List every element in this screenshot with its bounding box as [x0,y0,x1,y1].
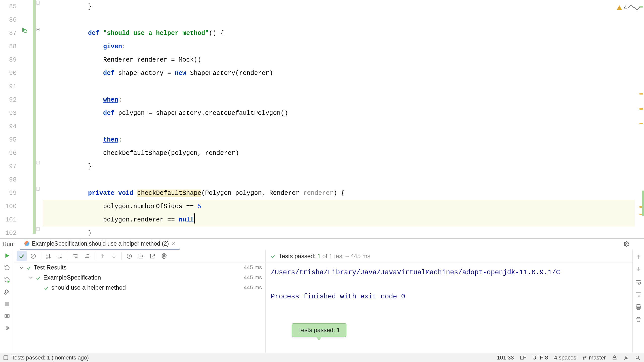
tree-root-label: Test Results [34,264,67,271]
code-line[interactable]: Renderer renderer = Mock() [43,53,635,67]
code-line[interactable]: checkDefaultShape(polygon, renderer) [43,147,635,160]
code-line[interactable]: then: [43,133,635,147]
code-editor[interactable]: 858687888990919293949596979899100101102 … [0,0,644,238]
more-icon[interactable] [4,325,10,331]
scroll-to-end-icon[interactable] [635,291,642,298]
git-branch[interactable]: master [582,354,606,361]
show-ignored-button[interactable] [28,251,38,261]
line-number: 100 [0,200,18,213]
code-line[interactable] [43,13,635,27]
branch-icon [582,355,587,360]
soft-wrap-icon[interactable] [635,279,642,285]
close-icon[interactable]: × [171,240,175,247]
wrench-icon[interactable] [4,289,10,295]
indent-settings[interactable]: 4 spaces [554,354,576,361]
tool-windows-toggle-icon[interactable] [4,355,8,360]
code-line[interactable]: } [43,160,635,173]
gear-icon[interactable] [623,241,629,247]
svg-point-25 [163,255,165,257]
fold-toggle-icon[interactable] [36,187,40,191]
console-right-toolbar [632,250,644,353]
line-number: 85 [0,0,18,13]
minimize-icon[interactable] [635,241,641,247]
tree-root[interactable]: Test Results 445 ms [14,262,265,273]
line-number: 92 [0,93,18,107]
code-line[interactable] [43,173,635,187]
inspection-summary[interactable]: 4 [617,4,639,12]
line-separator[interactable]: LF [520,354,527,361]
expand-all-button[interactable] [70,251,80,261]
code-line[interactable] [43,120,635,133]
code-line[interactable]: } [43,227,635,240]
code-line[interactable]: polygon.renderer == null [43,213,635,227]
caret-position[interactable]: 101:33 [497,354,514,361]
code-line[interactable]: def shapeFactory = new ShapeFactory(rend… [43,67,635,80]
line-number: 88 [0,40,18,53]
svg-rect-13 [58,257,60,258]
fold-toggle-icon[interactable] [36,227,40,231]
warning-marker[interactable] [639,123,643,124]
code-line[interactable]: private void checkDefaultShape(Polygon p… [43,187,635,200]
tree-test[interactable]: should use a helper method 445 ms [14,283,265,293]
line-number: 89 [0,53,18,67]
show-passed-button[interactable] [17,251,27,261]
svg-point-36 [583,358,584,359]
test-settings-gear-icon[interactable] [159,251,169,261]
run-test-gutter-icon[interactable] [21,27,27,33]
code-line[interactable]: def "should use a helper method"() { [43,27,635,40]
code-line[interactable]: def polygon = shapeFactory.createDefault… [43,107,635,120]
rerun-icon[interactable] [4,252,10,259]
chevron-down-icon[interactable] [29,275,33,280]
run-config-tab[interactable]: ExampleSpecification.should use a helper… [20,239,180,250]
scroll-down-icon[interactable] [635,266,642,273]
read-only-toggle[interactable] [612,355,617,360]
test-history-button[interactable] [124,251,134,261]
toggle-auto-test-icon[interactable] [4,277,10,283]
fold-toggle-icon[interactable] [36,1,40,5]
error-stripe[interactable] [638,0,644,238]
next-failed-button[interactable] [109,251,119,261]
line-numbers: 858687888990919293949596979899100101102 [0,0,18,238]
code-line[interactable]: polygon.numberOfSides == 5 [43,200,635,213]
code-line[interactable]: given: [43,40,635,53]
sort-duration-button[interactable] [55,251,65,261]
chevron-up-icon[interactable] [628,5,634,11]
file-encoding[interactable]: UTF-8 [532,354,548,361]
warning-marker[interactable] [639,93,643,95]
scroll-up-icon[interactable] [635,253,642,260]
test-tree[interactable]: Test Results 445 ms ExampleSpecification… [14,262,265,353]
line-number: 97 [0,160,18,173]
inspection-profile[interactable] [635,355,640,360]
print-icon[interactable] [635,304,642,310]
code-line[interactable]: when: [43,93,635,107]
warning-count: 4 [624,4,627,11]
code-with-me[interactable] [623,355,629,360]
fold-toggle-icon[interactable] [36,28,40,31]
code-line[interactable]: } [43,0,635,13]
collapse-all-button[interactable] [82,251,92,261]
fold-toggle-icon[interactable] [36,161,40,164]
test-results-pane: 12 Test Results [14,250,266,353]
stop-icon[interactable] [4,301,10,307]
code-area[interactable]: } def "should use a helper method"() { g… [43,0,635,238]
chevron-down-icon[interactable] [19,265,24,270]
tree-spec[interactable]: ExampleSpecification 445 ms [14,273,265,283]
export-tests-button[interactable] [147,251,157,261]
clear-all-icon[interactable] [635,316,642,323]
import-tests-button[interactable] [136,251,146,261]
warning-marker[interactable] [639,108,643,110]
marker[interactable] [642,191,644,216]
svg-text:2: 2 [46,257,48,259]
prev-failed-button[interactable] [97,251,107,261]
text-cursor [194,213,195,223]
marker[interactable] [639,6,643,8]
search-icon [635,355,640,360]
rerun-failed-icon[interactable] [4,264,10,271]
sort-alpha-button[interactable]: 12 [44,251,54,261]
chevron-down-icon[interactable] [634,5,640,11]
code-line[interactable] [43,80,635,93]
dump-threads-icon[interactable] [4,313,10,319]
console-line: /Users/trisha/Library/Java/JavaVirtualMa… [271,269,560,276]
run-panel-label: Run: [0,241,20,248]
run-config-tab-label: ExampleSpecification.should use a helper… [32,240,169,247]
